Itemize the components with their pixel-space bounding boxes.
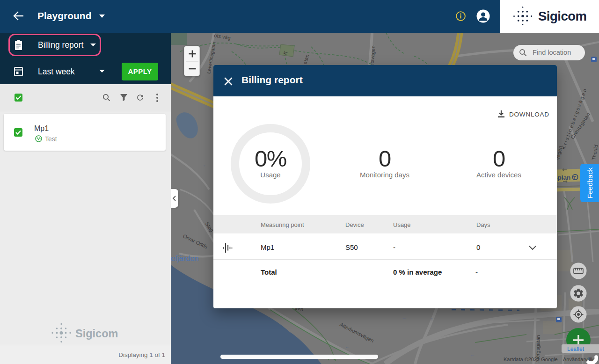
- svg-text:←: ←: [203, 162, 207, 167]
- svg-text:←: ←: [430, 317, 435, 321]
- svg-text:Sigicom: Sigicom: [75, 328, 118, 340]
- svg-text:Sigicom: Sigicom: [538, 9, 586, 23]
- svg-text:←: ←: [402, 315, 407, 320]
- svg-text:efjärden: efjärden: [171, 254, 199, 262]
- svg-text:T: T: [573, 175, 576, 180]
- svg-text:←: ←: [470, 352, 475, 357]
- svg-text:←: ←: [345, 344, 350, 349]
